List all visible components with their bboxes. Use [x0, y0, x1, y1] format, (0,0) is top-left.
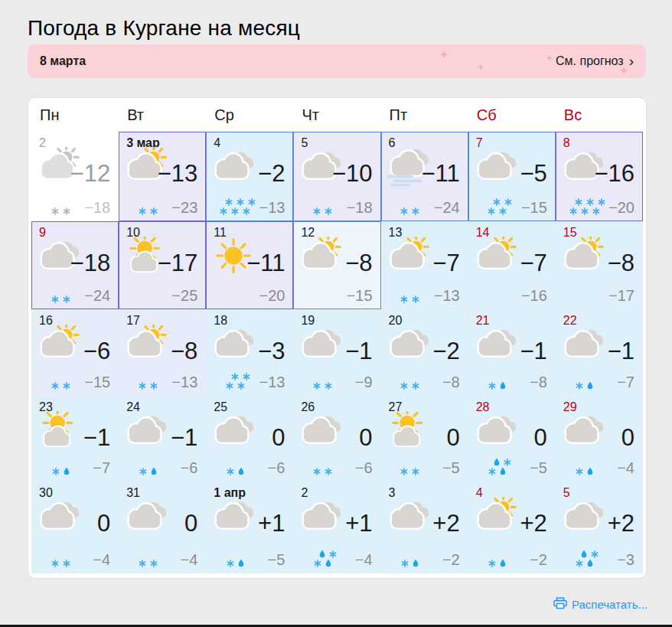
snowflake-icon: [313, 465, 321, 478]
day-cell[interactable]: 250−6: [206, 396, 293, 482]
day-temp: −11: [246, 251, 285, 275]
cloud-icon: [385, 497, 432, 540]
sun-cloud-icon: [35, 411, 83, 454]
sparkle-icon: +: [478, 61, 484, 73]
precipitation-icons: [388, 559, 432, 567]
day-cell[interactable]: 17−8−13: [119, 309, 206, 396]
snowflake-icon: [52, 465, 60, 478]
night-temp: −6: [268, 460, 285, 475]
snowflake-icon: [51, 204, 59, 218]
cloud-icon: [472, 325, 520, 367]
cloud-icon: [122, 497, 170, 540]
snowflake-icon: [150, 557, 158, 570]
snowflake-icon: [576, 379, 583, 393]
day-cell[interactable]: 16−6−15: [31, 309, 119, 396]
day-cell[interactable]: 4+2−2: [468, 482, 556, 573]
day-cell[interactable]: 4−2−13: [206, 132, 293, 221]
day-temp: −12: [70, 162, 111, 185]
day-cell[interactable]: 310−4: [119, 482, 206, 573]
day-cell[interactable]: 12−8−15: [293, 221, 380, 309]
day-cell[interactable]: 22−1−7: [556, 309, 643, 396]
night-temp: −13: [434, 288, 460, 303]
day-cell[interactable]: 19−1−9: [293, 309, 380, 396]
calendar-grid: 2−12−183 мар−13−234−2−135−10−186−11−247−…: [31, 132, 643, 573]
day-cell[interactable]: 15−8−17: [556, 221, 643, 309]
day-temp: −8: [171, 339, 197, 363]
see-forecast-link[interactable]: См. прогноз ›: [556, 54, 634, 69]
day-cell[interactable]: 7−5−15: [468, 132, 556, 221]
weekday-label: Сб: [468, 106, 556, 124]
night-temp: −15: [84, 374, 110, 390]
day-cell[interactable]: 290−4: [556, 396, 643, 482]
precipitation-icons: [300, 381, 344, 390]
snowflake-icon: [412, 292, 419, 306]
day-cell[interactable]: 270−5: [381, 396, 468, 482]
day-temp: −18: [70, 251, 111, 275]
day-cell[interactable]: 2+1−4: [293, 482, 380, 573]
day-cell[interactable]: 3+2−2: [381, 482, 468, 573]
precipitation-icons: [126, 381, 170, 390]
snowflake-icon: [139, 557, 146, 570]
precipitation-icons: [475, 381, 520, 390]
night-temp: −8: [442, 374, 460, 390]
snowflake-icon: [51, 379, 59, 393]
snowflake-icon: [63, 379, 70, 393]
day-temp: +2: [432, 511, 459, 535]
print-link[interactable]: Распечатать...: [553, 597, 648, 612]
snowflake-icon: [237, 195, 244, 209]
cloud-icon: [559, 497, 607, 540]
snowflake-icon: [400, 292, 408, 306]
night-temp: −5: [268, 552, 285, 567]
day-cell[interactable]: 23−1−7: [31, 396, 119, 482]
day-cell[interactable]: 1 апр+1−5: [206, 482, 293, 573]
day-cell[interactable]: 14−7−16: [468, 221, 556, 309]
day-cell[interactable]: 5−10−18: [293, 132, 380, 221]
snowflake-icon: [325, 379, 332, 393]
day-temp: −3: [258, 339, 285, 363]
day-temp: −11: [421, 162, 459, 185]
day-temp: −5: [520, 162, 546, 185]
precipitation-icons: [38, 559, 83, 567]
sparkle-icon: +: [546, 52, 553, 64]
day-cell[interactable]: 10−17−25: [119, 221, 206, 309]
snowflake-icon: [504, 456, 511, 469]
night-temp: −6: [355, 460, 373, 475]
day-cell[interactable]: 9−18−24: [31, 221, 119, 309]
raindrop-icon: [494, 456, 500, 469]
night-temp: −2: [530, 552, 547, 567]
day-cell[interactable]: 300−4: [31, 482, 119, 573]
night-temp: −7: [617, 374, 634, 390]
day-cell[interactable]: 6−11−24: [381, 132, 468, 221]
cloud-sun-icon: [472, 497, 520, 540]
night-temp: −4: [93, 552, 110, 567]
snowflake-icon: [150, 204, 158, 218]
cloud-icon: [210, 325, 257, 367]
night-temp: −5: [530, 460, 547, 475]
day-temp: 0: [446, 426, 459, 449]
day-cell[interactable]: 20−2−8: [381, 309, 468, 396]
day-temp: −1: [345, 339, 372, 363]
day-cell[interactable]: 280−5: [468, 396, 556, 482]
day-cell[interactable]: 24−1−6: [119, 396, 206, 482]
weekday-label: Чт: [293, 106, 380, 124]
cloud-icon: [559, 325, 607, 367]
holiday-banner[interactable]: 8 марта + + + + См. прогноз ›: [28, 44, 646, 78]
weekday-label: Пт: [381, 106, 468, 124]
raindrop-icon: [587, 465, 593, 478]
cloud-icon: [210, 147, 257, 190]
day-cell[interactable]: 260−6: [293, 396, 380, 482]
day-cell[interactable]: 5+2−3: [556, 482, 643, 573]
day-cell[interactable]: 18−3−13: [206, 309, 293, 396]
cloud-sun-icon: [472, 237, 520, 279]
day-cell[interactable]: 13−7−13: [381, 221, 468, 309]
day-cell[interactable]: 11−11−20: [206, 221, 293, 309]
cloud-sun-icon: [385, 237, 432, 279]
snowflake-icon: [243, 370, 250, 384]
snowflake-icon: [400, 204, 408, 218]
day-temp: −17: [158, 251, 198, 275]
snowflake-icon: [586, 195, 594, 209]
day-cell[interactable]: 8−16−20: [556, 132, 643, 221]
day-cell[interactable]: 21−1−8: [468, 309, 556, 396]
precipitation-icons: [126, 467, 170, 475]
day-cell[interactable]: 3 мар−13−23: [119, 132, 206, 221]
